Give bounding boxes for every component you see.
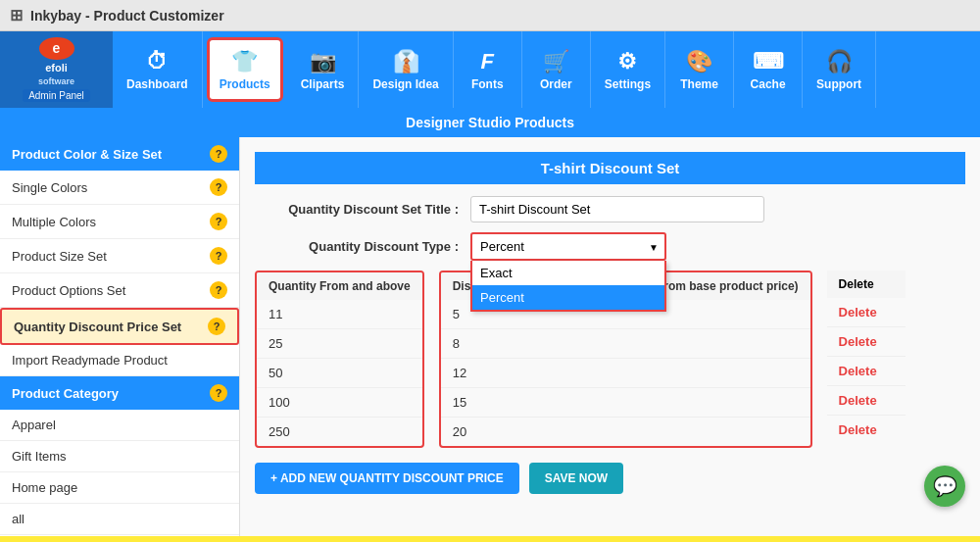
nav-label-design-idea: Design Idea xyxy=(372,77,438,91)
nav-item-products[interactable]: 👕 Products xyxy=(207,37,283,102)
top-nav: e efoli software Admin Panel ⏱ Dashboard… xyxy=(0,31,980,108)
sidebar-item-apparel[interactable]: Apparel xyxy=(0,410,239,441)
title-label: Quantity Discount Set Title : xyxy=(255,202,470,217)
dropdown-option-exact[interactable]: Exact xyxy=(472,261,664,285)
cliparts-icon: 📷 xyxy=(310,49,336,74)
nav-item-dashboard[interactable]: ⏱ Dashboard xyxy=(113,31,203,108)
nav-label-theme: Theme xyxy=(680,77,718,91)
fonts-icon: F xyxy=(481,49,494,74)
section-header: Designer Studio Products xyxy=(0,108,980,137)
type-select[interactable]: Percent Exact xyxy=(470,232,666,261)
quantity-value: 50 xyxy=(257,359,422,388)
nav-label-products: Products xyxy=(220,77,270,91)
category-question[interactable]: ? xyxy=(210,384,227,402)
footer: Copyright : eFoli | version : v5.1 | Pac… xyxy=(0,536,980,542)
sidebar: Product Color & Size Set ? Single Colors… xyxy=(0,137,240,536)
dropdown-container: Percent Exact Exact Percent xyxy=(470,232,666,261)
quantity-col-header: Quantity From and above xyxy=(257,272,422,300)
main-layout: Product Color & Size Set ? Single Colors… xyxy=(0,137,980,536)
table-row: 250 xyxy=(257,418,422,447)
nav-item-order[interactable]: 🛒 Order xyxy=(522,31,591,108)
sidebar-item-multiple-colors[interactable]: Multiple Colors ? xyxy=(0,205,239,239)
sidebar-item-single-colors[interactable]: Single Colors ? xyxy=(0,171,239,205)
title-bar-text: Inkybay - Product Customizer xyxy=(30,8,224,24)
sidebar-item-all[interactable]: all xyxy=(0,504,239,535)
sidebar-item-home-page[interactable]: Home page xyxy=(0,472,239,504)
add-new-button[interactable]: + ADD NEW QUANTITY DISCOUNT PRICE xyxy=(255,463,519,494)
type-form-row: Quantity Discount Type : Percent Exact E… xyxy=(255,232,965,261)
multiple-colors-question[interactable]: ? xyxy=(210,213,227,230)
nav-item-cache[interactable]: ⌨ Cache xyxy=(734,31,803,108)
nav-item-support[interactable]: 🎧 Support xyxy=(803,31,876,108)
sidebar-item-product-size-set[interactable]: Product Size Set ? xyxy=(0,239,239,273)
delete-col-header: Delete xyxy=(827,271,906,298)
delete-col: Delete Delete Delete Delete Delete Delet… xyxy=(827,271,906,448)
dropdown-wrapper: Percent Exact xyxy=(470,232,666,261)
title-bar: ⊞ Inkybay - Product Customizer xyxy=(0,0,980,31)
table-row: 8 xyxy=(441,329,810,359)
quantity-value: 100 xyxy=(257,388,422,418)
product-size-question[interactable]: ? xyxy=(210,247,227,265)
logo-circle: e xyxy=(39,37,74,60)
table-row: Delete xyxy=(827,298,906,327)
dashboard-icon: ⏱ xyxy=(146,49,168,74)
sidebar-item-import-readymade-product[interactable]: Import Readymade Product xyxy=(0,345,239,376)
logo-area: e efoli software Admin Panel xyxy=(0,31,113,108)
sidebar-item-gift-items[interactable]: Gift Items xyxy=(0,441,239,472)
products-icon: 👕 xyxy=(231,49,258,74)
logo-text: efoli software xyxy=(38,62,74,87)
nav-item-design-idea[interactable]: 👔 Design Idea xyxy=(359,31,453,108)
nav-item-cliparts[interactable]: 📷 Cliparts xyxy=(287,31,360,108)
title-form-row: Quantity Discount Set Title : xyxy=(255,196,965,222)
table-row: Delete xyxy=(827,357,906,386)
nav-label-cliparts: Cliparts xyxy=(301,77,345,91)
table-row: 25 xyxy=(257,329,422,359)
admin-label: Admin Panel xyxy=(23,89,90,102)
nav-item-settings[interactable]: ⚙ Settings xyxy=(591,31,665,108)
dropdown-option-percent[interactable]: Percent xyxy=(472,285,664,310)
nav-items: ⏱ Dashboard 👕 Products 📷 Cliparts 👔 Desi… xyxy=(113,31,980,108)
title-bar-icon: ⊞ xyxy=(10,6,23,25)
chat-bubble[interactable]: 💬 xyxy=(924,466,965,507)
design-idea-icon: 👔 xyxy=(393,49,419,74)
nav-label-dashboard: Dashboard xyxy=(126,77,188,91)
color-size-question[interactable]: ? xyxy=(210,145,227,163)
content-title: T-shirt Discount Set xyxy=(255,152,965,184)
single-colors-question[interactable]: ? xyxy=(210,178,227,196)
table-row: 15 xyxy=(441,388,810,418)
content-area: T-shirt Discount Set Quantity Discount S… xyxy=(240,137,980,536)
table-row: Delete xyxy=(827,416,906,445)
delete-link-1[interactable]: Delete xyxy=(839,334,877,349)
dropdown-open: Exact Percent xyxy=(470,261,666,312)
discount-value: 15 xyxy=(441,388,810,418)
save-now-button[interactable]: SAVE NOW xyxy=(529,463,623,494)
nav-item-fonts[interactable]: F Fonts xyxy=(454,31,522,108)
delete-link-3[interactable]: Delete xyxy=(839,393,877,408)
sidebar-category-header: Product Category ? xyxy=(0,376,239,410)
delete-link-0[interactable]: Delete xyxy=(839,305,877,320)
support-icon: 🎧 xyxy=(826,49,853,74)
table-row: 11 xyxy=(257,300,422,329)
table-row: 20 xyxy=(441,418,810,447)
nav-item-theme[interactable]: 🎨 Theme xyxy=(665,31,734,108)
table-row: 50 xyxy=(257,359,422,388)
quantity-value: 11 xyxy=(257,300,422,329)
nav-label-cache: Cache xyxy=(751,77,786,91)
delete-link-2[interactable]: Delete xyxy=(839,364,877,378)
product-options-question[interactable]: ? xyxy=(210,281,227,299)
nav-label-support: Support xyxy=(816,77,861,91)
quantity-discount-question[interactable]: ? xyxy=(208,318,225,335)
discount-value: 8 xyxy=(441,329,810,359)
table-row: 12 xyxy=(441,359,810,388)
nav-label-settings: Settings xyxy=(605,77,651,91)
nav-label-order: Order xyxy=(540,77,572,91)
nav-label-fonts: Fonts xyxy=(471,77,504,91)
discount-value: 20 xyxy=(441,418,810,447)
delete-link-4[interactable]: Delete xyxy=(839,422,877,437)
theme-icon: 🎨 xyxy=(686,49,712,74)
sidebar-item-product-options-set[interactable]: Product Options Set ? xyxy=(0,273,239,308)
title-input[interactable] xyxy=(470,196,764,222)
discount-value: 12 xyxy=(441,359,810,388)
sidebar-item-quantity-discount-price-set[interactable]: Quantity Discount Price Set ? xyxy=(0,308,239,345)
order-icon: 🛒 xyxy=(543,49,569,74)
